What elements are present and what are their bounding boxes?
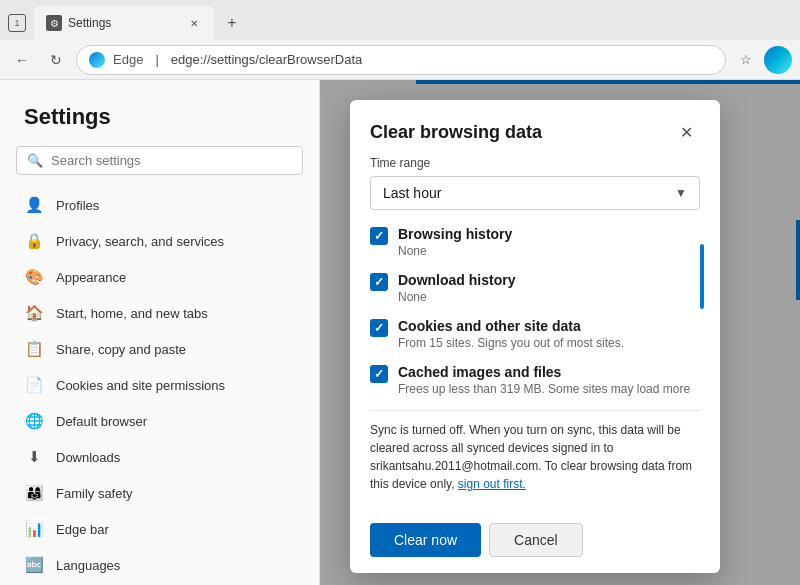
nav-icon-cookies: 📄 bbox=[24, 375, 44, 395]
tab-favicon: ⚙ bbox=[46, 15, 62, 31]
nav-label-start-home: Start, home, and new tabs bbox=[56, 306, 208, 321]
modal-close-button[interactable]: ✕ bbox=[672, 118, 700, 146]
nav-label-edge-bar: Edge bar bbox=[56, 522, 109, 537]
nav-icon-privacy: 🔒 bbox=[24, 231, 44, 251]
nav-icon-languages: 🔤 bbox=[24, 555, 44, 575]
nav-label-downloads: Downloads bbox=[56, 450, 120, 465]
checkbox-label-cached-images: Cached images and files bbox=[398, 364, 690, 380]
nav-label-profiles: Profiles bbox=[56, 198, 99, 213]
sidebar-item-languages[interactable]: 🔤 Languages bbox=[0, 547, 319, 583]
sidebar-item-profiles[interactable]: 👤 Profiles bbox=[0, 187, 319, 223]
nav-label-cookies: Cookies and site permissions bbox=[56, 378, 225, 393]
sidebar-item-default-browser[interactable]: 🌐 Default browser bbox=[0, 403, 319, 439]
time-range-dropdown[interactable]: Last hour ▼ bbox=[370, 176, 700, 210]
sidebar-item-privacy[interactable]: 🔒 Privacy, search, and services bbox=[0, 223, 319, 259]
modal-overlay: Clear browsing data ✕ Time range Last ho… bbox=[320, 80, 800, 585]
checkbox-browsing-history[interactable]: ✓ bbox=[370, 227, 388, 245]
sidebar-item-appearance[interactable]: 🎨 Appearance bbox=[0, 259, 319, 295]
checkbox-cached-images[interactable]: ✓ bbox=[370, 365, 388, 383]
checkbox-label-browsing-history: Browsing history bbox=[398, 226, 512, 242]
nav-label-share-copy: Share, copy and paste bbox=[56, 342, 186, 357]
edge-label: Edge bbox=[113, 52, 143, 67]
checkbox-item-download-history: ✓ Download history None bbox=[370, 272, 696, 304]
checkbox-download-history[interactable]: ✓ bbox=[370, 273, 388, 291]
nav-label-privacy: Privacy, search, and services bbox=[56, 234, 224, 249]
modal-footer: Clear now Cancel bbox=[350, 523, 720, 573]
settings-title: Settings bbox=[0, 96, 319, 146]
check-icon-browsing-history: ✓ bbox=[374, 229, 384, 243]
modal-title: Clear browsing data bbox=[370, 122, 542, 143]
clear-now-button[interactable]: Clear now bbox=[370, 523, 481, 557]
checkbox-item-cookies: ✓ Cookies and other site data From 15 si… bbox=[370, 318, 696, 350]
sync-notice: Sync is turned off. When you turn on syn… bbox=[370, 410, 700, 493]
sidebar-item-share-copy[interactable]: 📋 Share, copy and paste bbox=[0, 331, 319, 367]
nav-label-languages: Languages bbox=[56, 558, 120, 573]
browser-chrome: 1 ⚙ Settings ✕ + ← ↻ Edge | edge://setti… bbox=[0, 0, 800, 80]
checkbox-text-cached-images: Cached images and files Frees up less th… bbox=[398, 364, 690, 396]
checkbox-sublabel-cached-images: Frees up less than 319 MB. Some sites ma… bbox=[398, 382, 690, 396]
sidebar-item-downloads[interactable]: ⬇ Downloads bbox=[0, 439, 319, 475]
nav-items: 👤 Profiles 🔒 Privacy, search, and servic… bbox=[0, 187, 319, 585]
search-box[interactable]: 🔍 bbox=[16, 146, 303, 175]
sidebar-item-cookies[interactable]: 📄 Cookies and site permissions bbox=[0, 367, 319, 403]
sign-out-link[interactable]: sign out first. bbox=[458, 477, 526, 491]
checkbox-sublabel-download-history: None bbox=[398, 290, 515, 304]
sidebar-item-start-home[interactable]: 🏠 Start, home, and new tabs bbox=[0, 295, 319, 331]
tab-close-button[interactable]: ✕ bbox=[186, 15, 202, 31]
checkbox-sublabel-browsing-history: None bbox=[398, 244, 512, 258]
time-range-value: Last hour bbox=[383, 185, 441, 201]
edge-profile-button[interactable] bbox=[764, 46, 792, 74]
nav-icon-appearance: 🎨 bbox=[24, 267, 44, 287]
sidebar-item-edge-bar[interactable]: 📊 Edge bar bbox=[0, 511, 319, 547]
modal-body: Time range Last hour ▼ ✓ Browsing histor… bbox=[350, 156, 720, 523]
nav-icon-profiles: 👤 bbox=[24, 195, 44, 215]
favorites-button[interactable]: ☆ bbox=[732, 46, 760, 74]
new-tab-button[interactable]: + bbox=[218, 9, 246, 37]
check-icon-download-history: ✓ bbox=[374, 275, 384, 289]
nav-icon-family-safety: 👨‍👩‍👧 bbox=[24, 483, 44, 503]
scroll-track[interactable] bbox=[700, 244, 704, 308]
checkbox-list: ✓ Browsing history None ✓ Download histo… bbox=[370, 226, 700, 410]
dropdown-arrow-icon: ▼ bbox=[675, 186, 687, 200]
back-button[interactable]: ← bbox=[8, 46, 36, 74]
active-tab[interactable]: ⚙ Settings ✕ bbox=[34, 6, 214, 40]
checkbox-text-download-history: Download history None bbox=[398, 272, 515, 304]
nav-label-default-browser: Default browser bbox=[56, 414, 147, 429]
cancel-button[interactable]: Cancel bbox=[489, 523, 583, 557]
address-field[interactable]: Edge | edge://settings/clearBrowserData bbox=[76, 45, 726, 75]
checkbox-label-download-history: Download history bbox=[398, 272, 515, 288]
sidebar-item-family-safety[interactable]: 👨‍👩‍👧 Family safety bbox=[0, 475, 319, 511]
settings-layout: Settings 🔍 👤 Profiles 🔒 Privacy, search,… bbox=[0, 80, 800, 585]
address-text: edge://settings/clearBrowserData bbox=[171, 52, 713, 67]
nav-icon-edge-bar: 📊 bbox=[24, 519, 44, 539]
search-icon: 🔍 bbox=[27, 153, 43, 168]
tab-bar: 1 ⚙ Settings ✕ + bbox=[0, 0, 800, 40]
nav-icon-start-home: 🏠 bbox=[24, 303, 44, 323]
nav-icon-downloads: ⬇ bbox=[24, 447, 44, 467]
checkbox-text-browsing-history: Browsing history None bbox=[398, 226, 512, 258]
checkbox-item-browsing-history: ✓ Browsing history None bbox=[370, 226, 696, 258]
nav-icon-default-browser: 🌐 bbox=[24, 411, 44, 431]
edge-icon bbox=[89, 52, 105, 68]
tab-title: Settings bbox=[68, 16, 180, 30]
checkbox-label-cookies: Cookies and other site data bbox=[398, 318, 624, 334]
checkbox-sublabel-cookies: From 15 sites. Signs you out of most sit… bbox=[398, 336, 624, 350]
sidebar: Settings 🔍 👤 Profiles 🔒 Privacy, search,… bbox=[0, 80, 320, 585]
refresh-button[interactable]: ↻ bbox=[42, 46, 70, 74]
check-icon-cookies: ✓ bbox=[374, 321, 384, 335]
address-actions: ☆ bbox=[732, 46, 792, 74]
clear-browsing-data-modal: Clear browsing data ✕ Time range Last ho… bbox=[350, 100, 720, 573]
address-bar: ← ↻ Edge | edge://settings/clearBrowserD… bbox=[0, 40, 800, 80]
main-content: Clear browsing data ✕ Time range Last ho… bbox=[320, 80, 800, 585]
nav-icon-share-copy: 📋 bbox=[24, 339, 44, 359]
nav-label-family-safety: Family safety bbox=[56, 486, 133, 501]
time-range-label: Time range bbox=[370, 156, 700, 170]
checkbox-text-cookies: Cookies and other site data From 15 site… bbox=[398, 318, 624, 350]
check-icon-cached-images: ✓ bbox=[374, 367, 384, 381]
search-input[interactable] bbox=[51, 153, 292, 168]
checkbox-item-cached-images: ✓ Cached images and files Frees up less … bbox=[370, 364, 696, 396]
tab-switcher[interactable]: 1 bbox=[8, 14, 26, 32]
modal-header: Clear browsing data ✕ bbox=[350, 100, 720, 156]
checkbox-cookies[interactable]: ✓ bbox=[370, 319, 388, 337]
nav-label-appearance: Appearance bbox=[56, 270, 126, 285]
